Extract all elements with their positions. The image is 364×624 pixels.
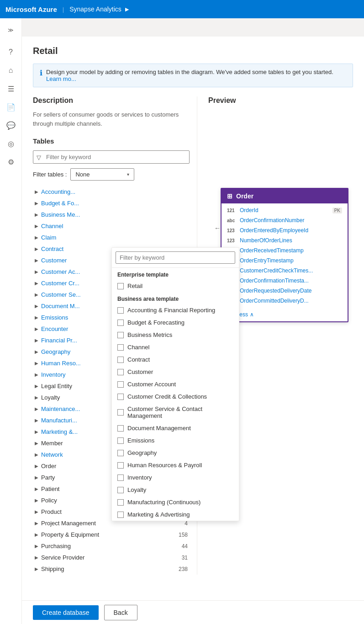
sidebar-help[interactable]: ? [3,44,19,60]
dropdown-filter-input[interactable] [116,251,235,264]
table-count: 31 [182,555,188,561]
enterprise-items: Retail [112,280,239,292]
sidebar-document[interactable]: 📄 [3,99,19,115]
order-field[interactable]: ⏱ OrderReceivedTimestamp [222,245,348,256]
dropdown-business-item[interactable]: Accounting & Financial Reporting [112,304,239,316]
table-name: Customer Ac... [41,268,80,275]
order-field[interactable]: ⏱ OrderConfirmationTimesta... [222,276,348,286]
dropdown-item-label: Customer Account [127,381,176,388]
page-title: Retail [33,46,353,56]
field-name: OrderEnteredByEmployeeId [240,227,342,234]
sidebar-tools[interactable]: ⚙ [3,154,19,170]
order-field[interactable]: ⏱ OrderEntryTimestamp [222,256,348,266]
order-field[interactable]: 121 OrderId PK [222,205,348,215]
dropdown-item-label: Customer [127,368,153,375]
table-item[interactable]: ▶ Accounting... [33,186,190,197]
filter-tables-dropdown[interactable]: None ▾ [70,168,134,181]
expand-arrow-icon: ▶ [35,212,38,217]
checkbox [117,409,124,416]
info-link[interactable]: Learn mo... [46,75,76,82]
expand-arrow-icon: ▶ [35,475,38,480]
table-item[interactable]: ▶ Property & Equipment 158 [33,529,190,540]
table-name: Policy [41,497,57,504]
info-icon: ℹ [40,69,42,77]
table-item-left: ▶ Business Me... [35,211,80,218]
dropdown-business-item[interactable]: Customer Account [112,378,239,390]
table-item[interactable]: ▶ Purchasing 44 [33,540,190,552]
dropdown-business-item[interactable]: Document Management [112,422,239,434]
dropdown-business-item[interactable]: Customer [112,366,239,378]
table-name: Purchasing [41,543,71,549]
sidebar: ≫ ? ⌂ ☰ 📄 💬 ◎ ⚙ [0,18,22,624]
sidebar-expand[interactable]: ≫ [3,22,19,38]
expand-arrow-icon: ▶ [35,326,38,331]
expand-arrow-icon: ▶ [35,372,38,377]
dropdown-item-label: Business Metrics [127,331,172,338]
back-button[interactable]: Back [104,605,137,620]
expand-arrow-icon: ▶ [35,304,38,309]
order-field[interactable]: abc OrderConfirmationNumber [222,215,348,225]
table-name: Service Provider [41,554,84,561]
expand-arrow-icon: ▶ [35,555,38,560]
see-less-button[interactable]: See less ∧ [222,308,348,321]
dropdown-business-item[interactable]: Loyalty [112,484,239,496]
sidebar-list[interactable]: ☰ [3,80,19,97]
dropdown-business-item[interactable]: Budget & Forecasting [112,316,239,329]
business-label: Business area template [112,292,239,304]
dropdown-business-item[interactable]: Emissions [112,434,239,447]
dropdown-business-item[interactable]: Customer Service & Contact Management [112,403,239,422]
checkbox [117,344,124,351]
table-name: Accounting... [41,188,75,195]
dropdown-scroll[interactable]: Enterprise template Retail Business area… [112,268,239,521]
keyword-filter-input[interactable] [33,150,190,164]
dropdown-enterprise-item[interactable]: Retail [112,280,239,292]
table-item-left: ▶ Network [35,451,63,458]
checkbox [117,332,124,338]
order-field[interactable]: 📅 OrderRequestedDeliveryDate [222,286,348,296]
table-item-left: ▶ Marketing &... [35,428,78,435]
table-name: Human Reso... [41,360,81,367]
table-item-left: ▶ Legal Entity [35,383,72,389]
sidebar-chat[interactable]: 💬 [3,117,19,133]
dropdown-item-label: Marketing & Advertising [127,511,190,518]
dropdown-item-label: Geography [127,449,157,456]
order-field[interactable]: 123 NumberOfOrderLines [222,235,348,245]
order-field[interactable]: 123 OrderEnteredByEmployeeId [222,225,348,235]
table-name: Customer Se... [41,291,81,298]
dropdown-item-label: Accounting & Financial Reporting [127,307,215,314]
expand-arrow-icon: ▶ [35,281,38,286]
checkbox [117,487,124,493]
table-item-left: ▶ Order [35,463,56,469]
table-item[interactable]: ▶ Business Me... [33,209,190,220]
dropdown-business-item[interactable]: Human Resources & Payroll [112,459,239,471]
checkbox [117,499,124,506]
table-item[interactable]: ▶ Service Provider 31 [33,552,190,563]
table-name: Manufacturi... [41,417,77,424]
order-field[interactable]: ⏱ CustomerCreditCheckTimes... [222,266,348,276]
table-item-left: ▶ Human Reso... [35,360,81,367]
dropdown-business-item[interactable]: Inventory [112,471,239,484]
order-field[interactable]: 📅 OrderCommittedDeliveryD... [222,296,348,306]
field-type: 123 [227,228,236,233]
table-item[interactable]: ▶ Shipping 238 [33,563,190,575]
field-type: 121 [227,208,236,213]
table-item[interactable]: ▶ Channel [33,220,190,232]
sidebar-target[interactable]: ◎ [3,135,19,152]
table-name: Project Management [41,520,96,527]
table-item[interactable]: ▶ Budget & Fo... [33,197,190,209]
dropdown-business-item[interactable]: Marketing & Advertising [112,508,239,521]
table-item[interactable]: ▶ Claim [33,232,190,243]
checkbox [117,512,124,518]
table-item-left: ▶ Accounting... [35,188,75,195]
dropdown-business-item[interactable]: Customer Credit & Collections [112,390,239,403]
dropdown-business-item[interactable]: Geography [112,447,239,459]
dropdown-business-item[interactable]: Contract [112,353,239,366]
table-item-left: ▶ Channel [35,223,63,229]
table-item-left: ▶ Claim [35,234,56,241]
dropdown-business-item[interactable]: Channel [112,341,239,353]
dropdown-business-item[interactable]: Business Metrics [112,329,239,341]
field-name: OrderReceivedTimestamp [240,247,342,254]
sidebar-home[interactable]: ⌂ [3,62,19,79]
dropdown-business-item[interactable]: Manufacturing (Continuous) [112,496,239,508]
create-database-button[interactable]: Create database [33,605,99,620]
